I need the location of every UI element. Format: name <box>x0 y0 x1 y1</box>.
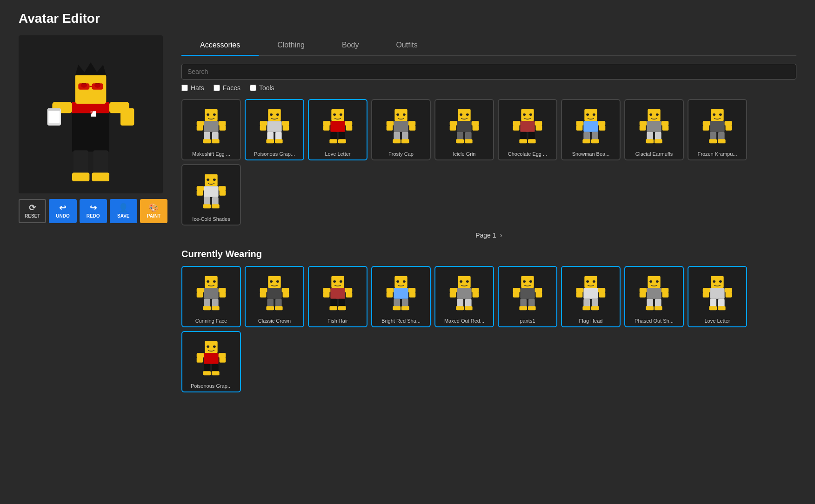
svg-rect-60 <box>394 121 408 132</box>
tab-outfits[interactable]: Outfits <box>377 35 436 56</box>
accessory-item[interactable]: Chocolate Egg ... <box>498 99 557 160</box>
item-image <box>186 103 237 149</box>
wearing-item[interactable]: Phased Out Sh... <box>624 266 684 327</box>
svg-rect-55 <box>329 139 337 143</box>
accessory-item[interactable]: Poisonous Grap... <box>245 99 304 160</box>
item-name: Love Letter <box>312 151 364 157</box>
svg-rect-223 <box>582 306 590 310</box>
left-panel: ♥ <box>19 35 167 398</box>
wearing-item[interactable]: Maxed Out Red... <box>434 266 494 327</box>
svg-rect-19 <box>72 172 89 181</box>
svg-rect-160 <box>283 292 289 298</box>
reset-button[interactable]: ⟳ RESET <box>19 199 46 223</box>
svg-point-119 <box>719 113 722 116</box>
accessory-item[interactable]: Makeshift Egg ... <box>181 99 241 160</box>
svg-rect-219 <box>576 292 583 298</box>
svg-point-214 <box>586 280 589 283</box>
svg-rect-122 <box>725 121 732 126</box>
accessory-item[interactable]: Icicle Grin <box>434 99 494 160</box>
svg-rect-231 <box>640 292 646 298</box>
svg-rect-91 <box>519 139 527 143</box>
svg-rect-232 <box>662 292 669 298</box>
svg-rect-48 <box>330 121 345 132</box>
svg-rect-157 <box>260 288 267 292</box>
wearing-item[interactable]: Poisonous Grap... <box>181 331 241 392</box>
svg-point-23 <box>213 113 216 116</box>
svg-rect-73 <box>450 121 457 126</box>
item-image <box>565 103 616 149</box>
wearing-item[interactable]: Flag Head <box>561 266 621 327</box>
svg-rect-187 <box>393 306 401 310</box>
paint-icon: 🎨 <box>148 204 159 212</box>
svg-rect-16 <box>120 108 134 126</box>
svg-rect-132 <box>204 186 218 197</box>
search-input[interactable] <box>181 64 796 80</box>
filter-tools[interactable]: Tools <box>250 84 274 92</box>
svg-rect-49 <box>323 121 331 126</box>
filter-faces[interactable]: Faces <box>214 84 240 92</box>
tools-label: Tools <box>259 84 274 92</box>
redo-button[interactable]: ↪ REDO <box>80 199 107 223</box>
item-name: Maxed Out Red... <box>438 318 490 324</box>
svg-rect-50 <box>345 121 353 126</box>
wearing-item[interactable]: Cunning Face <box>181 266 241 327</box>
item-image <box>186 270 237 316</box>
svg-point-83 <box>529 113 532 116</box>
svg-point-118 <box>713 113 715 116</box>
tools-checkbox[interactable] <box>250 85 256 91</box>
svg-rect-248 <box>718 306 726 310</box>
undo-button[interactable]: ↩ UNDO <box>49 199 76 223</box>
save-button[interactable]: 👤 SAVE <box>110 199 137 223</box>
wearing-item[interactable]: Love Letter <box>688 266 747 327</box>
svg-rect-260 <box>212 371 220 375</box>
svg-rect-172 <box>346 292 353 298</box>
svg-rect-120 <box>710 121 724 132</box>
svg-rect-76 <box>473 125 479 131</box>
svg-rect-128 <box>718 139 726 143</box>
svg-rect-147 <box>197 292 203 298</box>
tab-accessories[interactable]: Accessories <box>181 35 259 56</box>
wearing-item[interactable]: Fish Hair <box>308 266 367 327</box>
accessory-item[interactable]: Love Letter <box>308 99 367 160</box>
svg-rect-218 <box>598 288 606 292</box>
svg-point-226 <box>649 280 652 283</box>
item-name: Poisonous Grap... <box>185 383 237 389</box>
svg-rect-17 <box>73 150 88 175</box>
svg-rect-184 <box>409 292 416 298</box>
svg-rect-121 <box>703 121 710 126</box>
svg-rect-20 <box>92 172 109 181</box>
svg-rect-236 <box>655 306 662 310</box>
wearing-item[interactable]: Classic Crown <box>245 266 304 327</box>
svg-point-106 <box>649 113 652 116</box>
next-page-arrow[interactable]: › <box>500 231 502 239</box>
svg-rect-182 <box>408 288 416 292</box>
page-title: Avatar Editor <box>19 11 796 26</box>
accessory-item[interactable]: Glacial Earmuffs <box>624 99 684 160</box>
svg-point-251 <box>213 345 216 348</box>
svg-rect-25 <box>197 121 204 126</box>
hats-checkbox[interactable] <box>181 85 188 91</box>
wearing-item[interactable]: Bright Red Sha... <box>371 266 431 327</box>
tab-clothing[interactable]: Clothing <box>259 35 323 56</box>
svg-rect-136 <box>220 190 226 196</box>
item-image <box>439 270 490 316</box>
paint-button[interactable]: 🎨 PAINT <box>140 199 167 223</box>
svg-rect-27 <box>197 125 203 131</box>
svg-rect-146 <box>219 288 226 292</box>
svg-rect-92 <box>528 139 536 143</box>
filter-hats[interactable]: Hats <box>181 84 204 92</box>
svg-point-142 <box>207 280 209 283</box>
accessory-item[interactable]: Ice-Cold Shades <box>181 164 241 225</box>
redo-label: REDO <box>87 213 100 219</box>
accessory-item[interactable]: Frozen Krampu... <box>688 99 747 160</box>
svg-rect-211 <box>519 306 527 310</box>
accessory-item[interactable]: Frosty Cap <box>371 99 431 160</box>
svg-point-47 <box>340 113 342 116</box>
tab-body[interactable]: Body <box>323 35 377 56</box>
svg-point-154 <box>270 280 273 283</box>
accessory-item[interactable]: Snowman Bea... <box>561 99 621 160</box>
svg-point-178 <box>396 280 399 283</box>
redo-icon: ↪ <box>90 204 97 212</box>
faces-checkbox[interactable] <box>214 85 220 91</box>
wearing-item[interactable]: pants1 <box>498 266 557 327</box>
